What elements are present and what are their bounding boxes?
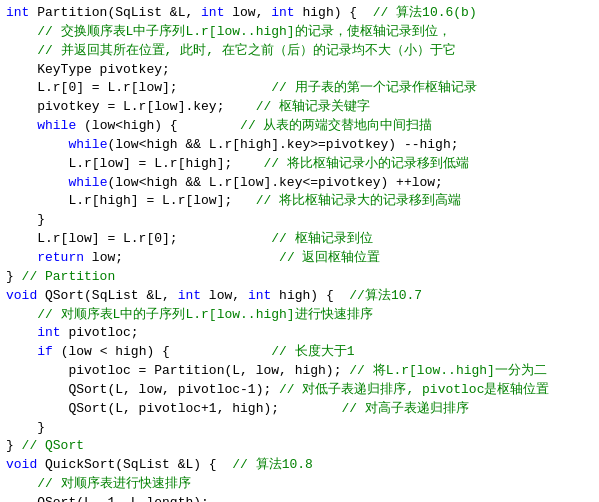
code-line: while(low<high && L.r[low].key<=pivotkey…	[6, 174, 593, 193]
code-line: void QuickSort(SqList &L) { // 算法10.8	[6, 456, 593, 475]
code-line: KeyType pivotkey;	[6, 61, 593, 80]
code-line: void QSort(SqList &L, int low, int high)…	[6, 287, 593, 306]
code-line: int pivotloc;	[6, 324, 593, 343]
code-line: }	[6, 419, 593, 438]
code-editor: int Partition(SqList &L, int low, int hi…	[0, 0, 599, 502]
code-line: int Partition(SqList &L, int low, int hi…	[6, 4, 593, 23]
code-line: pivotkey = L.r[low].key; // 枢轴记录关键字	[6, 98, 593, 117]
code-line: if (low < high) { // 长度大于1	[6, 343, 593, 362]
code-line: }	[6, 211, 593, 230]
code-line: return low; // 返回枢轴位置	[6, 249, 593, 268]
code-line: L.r[low] = L.r[high]; // 将比枢轴记录小的记录移到低端	[6, 155, 593, 174]
code-line: L.r[low] = L.r[0]; // 枢轴记录到位	[6, 230, 593, 249]
code-line: // 并返回其所在位置, 此时, 在它之前（后）的记录均不大（小）于它	[6, 42, 593, 61]
code-line: while(low<high && L.r[high].key>=pivotke…	[6, 136, 593, 155]
code-line: QSort(L, low, pivotloc-1); // 对低子表递归排序, …	[6, 381, 593, 400]
code-line: // 对顺序表进行快速排序	[6, 475, 593, 494]
code-line: L.r[0] = L.r[low]; // 用子表的第一个记录作枢轴记录	[6, 79, 593, 98]
code-line: // 交换顺序表L中子序列L.r[low..high]的记录，使枢轴记录到位，	[6, 23, 593, 42]
code-line: } // QSort	[6, 437, 593, 456]
code-line: L.r[high] = L.r[low]; // 将比枢轴记录大的记录移到高端	[6, 192, 593, 211]
code-line: QSort(L, pivotloc+1, high); // 对高子表递归排序	[6, 400, 593, 419]
code-line: // 对顺序表L中的子序列L.r[low..high]进行快速排序	[6, 306, 593, 325]
code-line: } // Partition	[6, 268, 593, 287]
code-line: pivotloc = Partition(L, low, high); // 将…	[6, 362, 593, 381]
code-line: while (low<high) { // 从表的两端交替地向中间扫描	[6, 117, 593, 136]
code-line: QSort(L, 1, L.length);	[6, 494, 593, 502]
